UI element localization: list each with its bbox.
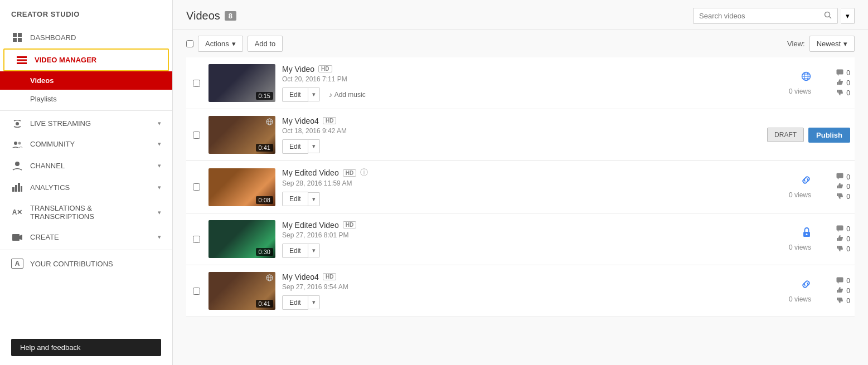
sidebar-item-video-manager-label: VIDEO MANAGER	[35, 56, 157, 64]
search-box	[693, 8, 838, 24]
edit-btn-wrap-4: Edit ▾	[282, 244, 320, 258]
edit-caret-button-3[interactable]: ▾	[308, 192, 320, 206]
table-row: 0:15 My Video HD Oct 20, 2016 7:11 PM Ed…	[186, 57, 855, 109]
sidebar-item-contributions[interactable]: A YOUR CONTRIBUTIONS	[0, 252, 172, 275]
add-to-button[interactable]: Add to	[248, 36, 283, 52]
edit-caret-button-2[interactable]: ▾	[308, 139, 320, 153]
svg-rect-24	[837, 69, 843, 74]
edit-caret-button-5[interactable]: ▾	[308, 295, 320, 309]
svg-rect-1	[18, 33, 22, 37]
row-checkbox-5[interactable]	[191, 288, 202, 295]
add-music-button-1[interactable]: ♪ Add music	[324, 88, 370, 101]
actions-button[interactable]: Actions ▾	[198, 36, 243, 52]
sidebar-sub-playlists[interactable]: Playlists	[0, 90, 172, 108]
sidebar-item-translations[interactable]: A✕ TRANSLATIONS & TRANSCRIPTIONS ▾	[0, 198, 172, 227]
thumbs-down-icon-1	[836, 89, 843, 98]
svg-rect-12	[15, 185, 17, 192]
edit-caret-button-1[interactable]: ▾	[308, 87, 320, 101]
comments-icon-1	[836, 69, 843, 77]
videos-list: 0:15 My Video HD Oct 20, 2016 7:11 PM Ed…	[173, 57, 868, 365]
duration-badge-3: 0:08	[256, 196, 273, 204]
select-all-checkbox[interactable]	[186, 40, 193, 47]
community-icon	[11, 140, 23, 148]
thumbs-down-icon-4	[836, 245, 843, 254]
svg-marker-39	[837, 282, 839, 284]
sidebar-item-contributions-label: YOUR CONTRIBUTIONS	[30, 260, 161, 268]
svg-rect-14	[21, 186, 22, 192]
edit-btn-wrap-3: Edit ▾	[282, 192, 320, 206]
newest-button[interactable]: Newest ▾	[809, 36, 855, 52]
video-manager-icon	[16, 56, 28, 64]
table-row: 0:41 My Video4 HD Sep 27, 2016 9:54 AM E…	[186, 265, 855, 317]
search-input[interactable]	[699, 12, 821, 20]
thumbs-up-icon-5	[836, 286, 843, 295]
video-actions-5: Edit ▾	[282, 295, 738, 310]
hd-badge-2: HD	[323, 117, 336, 124]
duration-badge-1: 0:15	[256, 92, 273, 100]
comments-icon-5	[836, 277, 843, 285]
sidebar-brand: CREATOR STUDIO	[0, 0, 172, 26]
sidebar-item-community[interactable]: COMMUNITY ▾	[0, 134, 172, 154]
video-thumbnail-1: 0:15	[208, 64, 275, 102]
video-thumbnail-3: 0:08	[208, 168, 275, 206]
sidebar-divider-1	[0, 110, 172, 111]
edit-button-1[interactable]: Edit	[282, 87, 308, 102]
views-text-5: 0 views	[789, 295, 811, 303]
sidebar-divider-2	[0, 250, 172, 250]
sidebar-item-channel-label: CHANNEL	[30, 162, 151, 170]
svg-line-18	[830, 17, 832, 19]
sidebar-item-community-label: COMMUNITY	[30, 140, 151, 148]
sidebar-item-create-label: CREATE	[30, 233, 151, 241]
edit-button-4[interactable]: Edit	[282, 244, 308, 258]
dislikes-count-1: 0	[846, 89, 850, 97]
svg-rect-4	[17, 56, 27, 58]
svg-rect-29	[837, 173, 843, 178]
svg-rect-15	[12, 234, 20, 241]
edit-btn-wrap-1: Edit ▾	[282, 87, 320, 102]
thumbs-up-icon-4	[836, 235, 843, 244]
link-status-icon-3	[801, 175, 811, 188]
sidebar-item-create[interactable]: CREATE ▾	[0, 227, 172, 247]
video-thumbnail-2: 0:41	[208, 116, 275, 154]
edit-button-3[interactable]: Edit	[282, 192, 308, 206]
stats-nums-4: 0 0 0	[822, 225, 850, 254]
video-actions-2: Edit ▾	[282, 139, 760, 154]
video-date-2: Oct 18, 2016 9:42 AM	[282, 127, 760, 135]
row-checkbox-3[interactable]	[191, 183, 202, 191]
sidebar-item-channel[interactable]: CHANNEL ▾	[0, 154, 172, 177]
search-button[interactable]	[824, 11, 832, 21]
translations-chevron: ▾	[158, 209, 161, 216]
video-thumbnail-4: 0:30	[208, 220, 275, 258]
link-status-icon-5	[801, 279, 811, 292]
video-date-5: Sep 27, 2016 9:54 AM	[282, 283, 738, 291]
info-icon-3[interactable]: ⓘ	[360, 168, 368, 178]
table-row: 0:08 My Edited Video HD ⓘ Sep 28, 2016 1…	[186, 161, 855, 213]
row-checkbox-4[interactable]	[191, 236, 202, 243]
views-text-1: 0 views	[789, 87, 811, 95]
svg-point-10	[15, 162, 20, 166]
search-dropdown-button[interactable]: ▾	[841, 8, 855, 24]
publish-button-2[interactable]: Publish	[808, 128, 850, 143]
analytics-icon	[11, 183, 23, 192]
row-checkbox-2[interactable]	[191, 132, 202, 139]
svg-point-32	[806, 233, 808, 235]
sidebar-item-dashboard-label: DASHBOARD	[30, 33, 161, 42]
sidebar-item-video-manager[interactable]: VIDEO MANAGER	[3, 48, 169, 71]
newest-chevron-icon: ▾	[843, 40, 847, 48]
sidebar-item-live-streaming[interactable]: LIVE STREAMING ▾	[0, 113, 172, 134]
svg-rect-0	[13, 33, 17, 37]
sidebar-item-dashboard[interactable]: DASHBOARD	[0, 26, 172, 48]
channel-chevron: ▾	[158, 162, 161, 169]
row-checkbox-1[interactable]	[191, 80, 202, 87]
edit-button-5[interactable]: Edit	[282, 295, 308, 310]
duration-badge-4: 0:30	[256, 248, 273, 256]
edit-button-2[interactable]: Edit	[282, 139, 308, 154]
page-title-text: Videos	[186, 9, 220, 22]
edit-caret-button-4[interactable]: ▾	[308, 244, 320, 257]
sidebar-sub-videos[interactable]: Videos	[0, 71, 172, 90]
analytics-chevron: ▾	[158, 184, 161, 191]
svg-point-8	[14, 142, 17, 145]
sidebar-item-analytics[interactable]: ANALYTICS ▾	[0, 177, 172, 198]
views-text-4: 0 views	[789, 244, 811, 251]
help-feedback-button[interactable]: Help and feedback	[11, 339, 161, 356]
